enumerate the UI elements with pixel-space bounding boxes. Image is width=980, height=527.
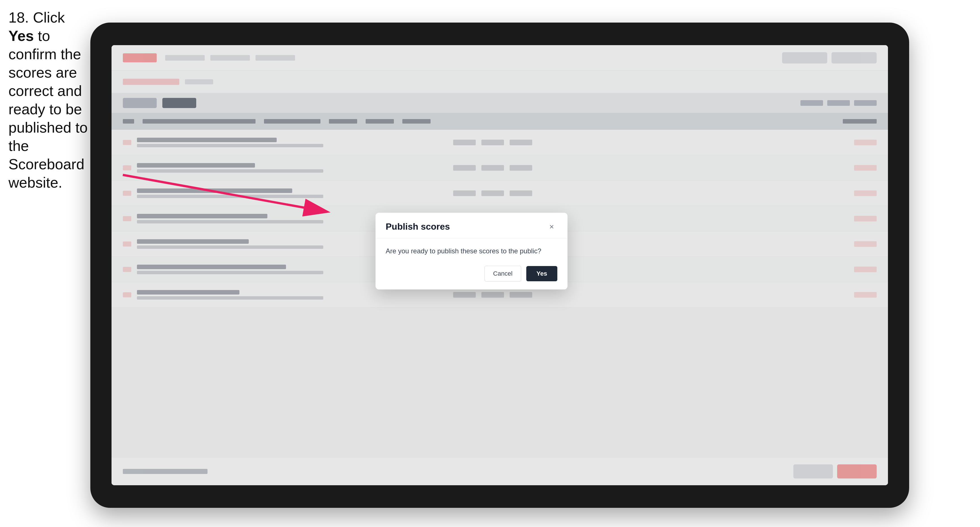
tablet-device: Publish scores × Are you ready to publis… [90,22,909,508]
modal-header: Publish scores × [375,213,568,238]
cancel-button[interactable]: Cancel [485,266,521,281]
modal-body: Are you ready to publish these scores to… [375,238,568,262]
modal-footer: Cancel Yes [375,261,568,289]
modal-title: Publish scores [386,221,450,232]
instruction-text: 18. Click Yes to confirm the scores are … [8,8,90,192]
modal-close-button[interactable]: × [546,221,557,232]
step-number: 18. [8,9,29,26]
modal-overlay: Publish scores × Are you ready to publis… [111,45,888,485]
modal-message: Are you ready to publish these scores to… [386,246,557,256]
publish-scores-dialog: Publish scores × Are you ready to publis… [375,213,568,290]
yes-button[interactable]: Yes [526,266,557,281]
tablet-screen: Publish scores × Are you ready to publis… [111,45,888,485]
